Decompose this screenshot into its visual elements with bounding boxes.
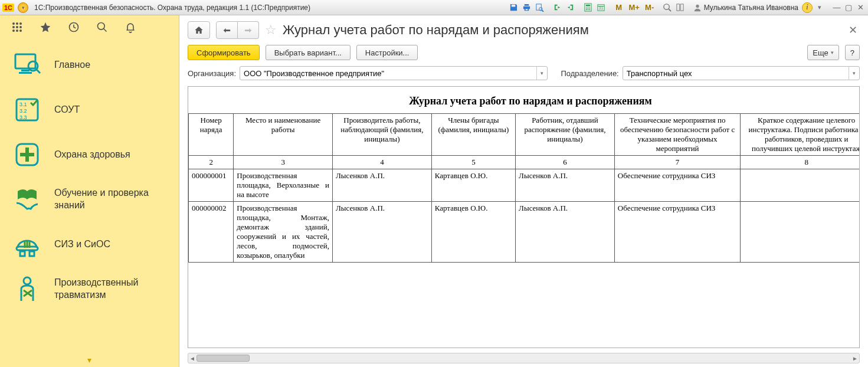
svg-point-20 [16,22,18,25]
favorite-star-icon[interactable]: ☆ [265,22,277,38]
col-header: Члены бригады (фамилия, инициалы) [431,114,515,156]
dep-field[interactable]: ▾ [623,66,860,80]
compare-receive-icon[interactable] [565,2,577,14]
memory-mminus-button[interactable]: M- [643,2,657,14]
checklist-icon: 3.13.23.3 [13,96,41,124]
user-chip[interactable]: Мулькина Татьяна Ивановна [691,4,801,12]
cell-producer: Лысенков А.П. [333,202,432,263]
sidebar-item-health[interactable]: Охрана здоровья [0,132,179,177]
svg-point-34 [28,61,38,71]
svg-point-18 [696,4,699,7]
scroll-thumb[interactable] [196,355,250,362]
app-title: 1С:Производственная безопасность. Охрана… [34,4,310,12]
dep-dropdown-icon[interactable]: ▾ [849,67,859,80]
report-table: Номер наряда Место и наименование работы… [188,113,860,263]
favorites-icon[interactable] [39,21,52,34]
org-label: Организация: [188,69,236,78]
svg-text:3.1: 3.1 [19,101,27,107]
cell-place: Производственная площадка, Монтаж, демон… [234,202,333,263]
svg-line-35 [37,70,40,73]
zoom-icon[interactable] [661,2,673,14]
cell-brief [741,169,860,202]
main-menu-button[interactable]: ▾ [18,2,28,13]
memory-m-button[interactable]: M [612,2,626,14]
dropdown-icon[interactable]: ▾ [814,2,826,14]
svg-point-25 [12,30,15,32]
org-input[interactable] [240,69,536,78]
help-button[interactable]: ? [845,45,860,60]
titlebar-tools: 31 M M+ M- Мулькина Татьяна Ивановна i ▾… [508,2,866,14]
generate-button[interactable]: Сформировать [188,45,260,60]
sidebar-item-label: Обучение и проверка знаний [54,187,166,212]
svg-point-10 [589,9,591,10]
history-icon[interactable] [67,21,80,34]
report-title: Журнал учета работ по нарядам и распоряж… [188,87,860,113]
panels-icon[interactable] [674,2,686,14]
report-area[interactable]: Журнал учета работ по нарядам и распоряж… [188,86,860,348]
svg-rect-4 [586,5,591,6]
monitor-search-icon [13,51,41,79]
book-hand-icon [13,185,41,214]
sidebar-item-sout[interactable]: 3.13.23.3 СОУТ [0,87,179,132]
sidebar-item-injury[interactable]: Производственный травматизм [0,267,179,312]
horizontal-scrollbar[interactable]: ◄ ► [188,353,860,363]
search-icon[interactable] [96,21,109,34]
injury-icon [13,275,41,303]
cell-num: 000000001 [189,169,234,202]
svg-point-7 [589,8,591,9]
ppe-icon [13,230,41,258]
save-icon[interactable] [508,2,520,14]
sidebar-item-label: Главное [54,59,166,71]
sidebar-item-main[interactable]: Главное [0,42,179,87]
sidebar-item-label: СОУТ [54,104,166,116]
nav-forward-button[interactable]: 🠪 [238,21,259,39]
window-minimize-button[interactable]: — [831,3,842,12]
notifications-icon[interactable] [124,21,137,34]
sidebar-item-label: Производственный травматизм [54,277,166,302]
svg-rect-42 [20,153,34,156]
table-row[interactable]: 000000002Производственная площадка, Монт… [189,202,860,263]
sections-menu-icon[interactable] [11,21,24,34]
sidebar-item-siz[interactable]: СИЗ и СиОС [0,222,179,267]
choose-variant-button[interactable]: Выбрать вариант... [266,45,351,60]
cell-measures: Обеспечение сотрудника СИЗ [614,169,741,202]
table-colnum-row: 2 3 4 5 6 7 8 [189,156,860,169]
svg-point-24 [19,26,22,28]
table-header-row: Номер наряда Место и наименование работы… [189,114,860,156]
cell-place: Производственная площадка, Верхолазные и… [234,169,333,202]
page-header: 🠨 🠪 ☆ Журнал учета работ по нарядам и ра… [179,15,868,41]
org-dropdown-icon[interactable]: ▾ [536,67,547,80]
window-close-button[interactable]: ✕ [855,3,866,12]
cell-members: Картавцев О.Ю. [431,202,515,263]
org-field[interactable]: ▾ [240,66,548,80]
user-icon [693,4,702,12]
table-row[interactable]: 000000001Производственная площадка, Верх… [189,169,860,202]
nav-back-button[interactable]: 🠨 [216,21,238,39]
svg-point-27 [19,30,22,32]
dep-input[interactable] [623,69,849,78]
col-header: Краткое содержание целевого инструктажа.… [741,114,860,156]
svg-point-29 [98,22,105,30]
calendar-icon[interactable]: 31 [595,2,607,14]
svg-text:3.2: 3.2 [19,108,27,114]
sidebar-collapse-button[interactable]: ▾ [0,355,179,367]
settings-button[interactable]: Настройки... [356,45,418,60]
cell-brief [741,202,860,263]
sidebar-item-training[interactable]: Обучение и проверка знаний [0,177,179,222]
home-button[interactable] [188,21,210,39]
window-maximize-button[interactable]: ▢ [843,3,854,12]
calculator-icon[interactable] [582,2,594,14]
svg-text:3.3: 3.3 [19,114,27,120]
scroll-left-icon[interactable]: ◄ [188,353,196,363]
info-icon[interactable]: i [802,2,813,13]
col-header: Работник, отдавший распоряжение (фамилия… [516,114,615,156]
col-header: Производитель работы, наблюдающий (фамил… [333,114,432,156]
scroll-right-icon[interactable]: ► [851,353,859,363]
svg-point-26 [16,30,18,32]
compare-send-icon[interactable] [552,2,564,14]
print-icon[interactable] [521,2,533,14]
more-button[interactable]: Еще▾ [807,45,838,60]
memory-mplus-button[interactable]: M+ [627,2,641,14]
page-close-button[interactable]: ✕ [846,21,860,39]
preview-icon[interactable] [534,2,546,14]
